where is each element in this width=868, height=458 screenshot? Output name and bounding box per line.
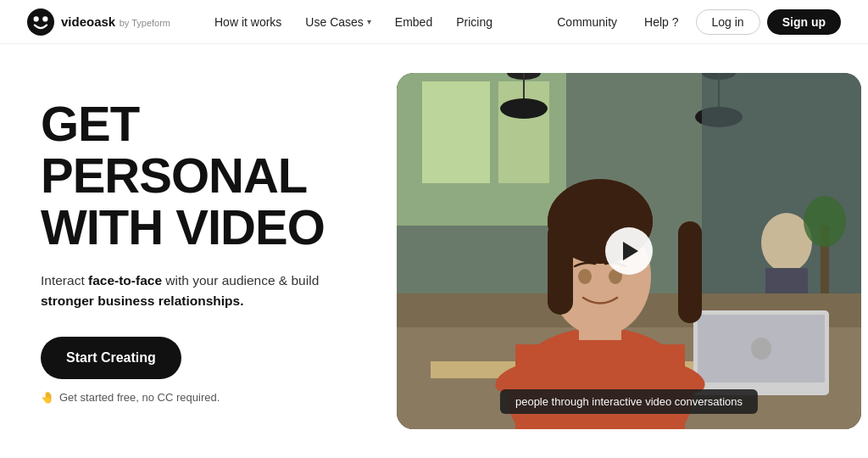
- play-icon: [623, 242, 638, 260]
- free-emoji: 🤚: [41, 391, 54, 404]
- headline-line3: WITH VIDEO: [41, 202, 363, 254]
- subtext-prefix: Interact: [41, 273, 88, 288]
- video-player[interactable]: people through interactive video convers…: [397, 73, 861, 429]
- brand-by: by Typeform: [120, 18, 170, 28]
- svg-point-0: [27, 8, 54, 36]
- subtext-middle: with your audience & build: [162, 273, 319, 288]
- svg-point-9: [500, 98, 548, 119]
- svg-rect-32: [678, 221, 702, 323]
- subtext-bold2: stronger business relationships.: [41, 293, 243, 308]
- video-caption: people through interactive video convers…: [500, 389, 758, 414]
- nav-help[interactable]: Help ?: [634, 10, 688, 34]
- nav-community[interactable]: Community: [547, 10, 627, 34]
- nav-use-cases[interactable]: Use Cases ▾: [295, 10, 381, 34]
- svg-point-34: [578, 269, 592, 284]
- logo[interactable]: videoask by Typeform: [27, 8, 170, 36]
- signup-button[interactable]: Sign up: [767, 9, 841, 35]
- start-creating-button[interactable]: Start Creating: [41, 337, 181, 379]
- hero-headline: GET PERSONAL WITH VIDEO: [41, 98, 363, 254]
- nav-use-cases-label: Use Cases: [305, 15, 363, 29]
- nav-how-it-works[interactable]: How it works: [204, 10, 292, 34]
- svg-point-1: [34, 16, 39, 21]
- brand-name: videoask: [61, 14, 115, 29]
- free-note-text: Get started free, no CC required.: [59, 391, 220, 404]
- nav-pricing[interactable]: Pricing: [446, 10, 503, 34]
- nav-right: Community Help ? Log in Sign up: [547, 9, 841, 35]
- logo-icon: [27, 8, 54, 36]
- subtext-bold1: face-to-face: [88, 273, 162, 288]
- login-button[interactable]: Log in: [696, 9, 760, 35]
- svg-point-2: [42, 16, 47, 21]
- logo-text: videoask by Typeform: [61, 14, 170, 30]
- free-note: 🤚 Get started free, no CC required.: [41, 391, 363, 404]
- svg-point-21: [751, 338, 771, 360]
- svg-rect-25: [515, 344, 685, 429]
- svg-rect-5: [422, 81, 490, 183]
- hero-subtext: Interact face-to-face with your audience…: [41, 271, 363, 311]
- headline-line1: GET: [41, 98, 363, 150]
- headline-line2: PERSONAL: [41, 150, 363, 202]
- hero-right: people through interactive video convers…: [397, 73, 861, 429]
- navigation: videoask by Typeform How it works Use Ca…: [0, 0, 868, 44]
- nav-links: How it works Use Cases ▾ Embed Pricing: [204, 10, 547, 34]
- hero-left: GET PERSONAL WITH VIDEO Interact face-to…: [41, 98, 363, 404]
- play-button[interactable]: [605, 227, 653, 275]
- chevron-down-icon: ▾: [367, 17, 371, 26]
- hero-section: GET PERSONAL WITH VIDEO Interact face-to…: [0, 44, 868, 458]
- nav-embed[interactable]: Embed: [385, 10, 442, 34]
- svg-point-23: [804, 196, 846, 247]
